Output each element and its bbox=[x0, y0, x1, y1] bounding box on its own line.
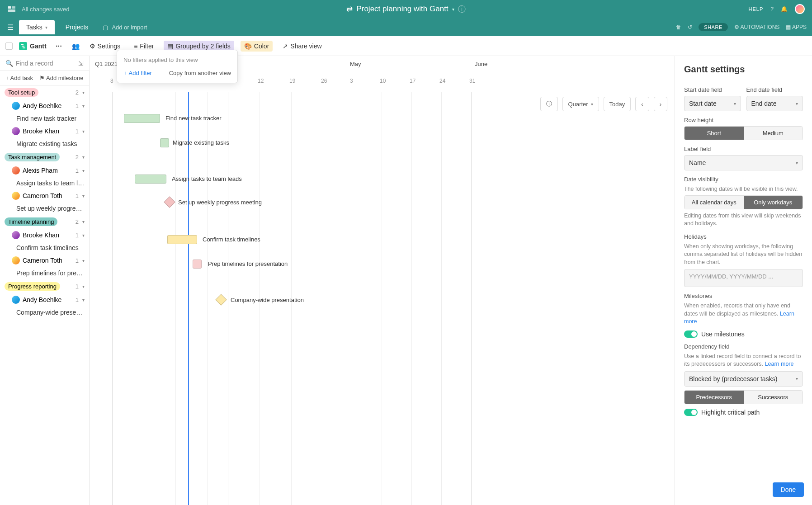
task-row[interactable]: Migrate existing tasks bbox=[0, 137, 89, 150]
search-input[interactable]: 🔍 Find a record ⇲ bbox=[0, 56, 89, 71]
svg-rect-1 bbox=[12, 6, 15, 9]
dependency-select[interactable]: Blocked by (predecessor tasks)▾ bbox=[684, 371, 803, 387]
history-icon[interactable]: ↺ bbox=[688, 24, 692, 30]
bar-label: Prep timelines for presentation bbox=[208, 260, 288, 267]
task-row[interactable]: Assign tasks to team lea... bbox=[0, 177, 89, 189]
group-header[interactable]: Progress reporting1 ▾ bbox=[0, 279, 89, 293]
chevron-down-icon[interactable]: ▾ bbox=[452, 7, 454, 12]
apps-link[interactable]: ▦ APPS bbox=[786, 24, 807, 30]
svg-rect-4 bbox=[22, 46, 24, 47]
learn-more-link[interactable]: Learn more bbox=[765, 361, 794, 367]
task-row[interactable]: Set up weekly progress ... bbox=[0, 202, 89, 215]
bar-label: Migrate existing tasks bbox=[173, 139, 229, 146]
quarter-label: Q1 2021 bbox=[95, 61, 118, 67]
view-menu-icon[interactable]: ⋯ bbox=[53, 42, 66, 50]
automations-link[interactable]: ⚙ AUTOMATIONS bbox=[734, 24, 780, 30]
person-row[interactable]: Brooke Khan1 ▾ bbox=[0, 125, 89, 137]
gantt-bar[interactable] bbox=[160, 138, 169, 147]
gantt-bar[interactable] bbox=[135, 175, 166, 184]
bell-icon[interactable]: 🔔 bbox=[781, 6, 788, 12]
critical-path-toggle[interactable] bbox=[684, 409, 698, 416]
info-icon[interactable]: ⓘ bbox=[458, 4, 466, 14]
zoom-select[interactable]: Quarter ▾ bbox=[562, 97, 599, 111]
milestone[interactable] bbox=[215, 294, 227, 305]
gantt-bar[interactable] bbox=[124, 114, 160, 123]
arrows-icon: ⇄ bbox=[346, 5, 353, 14]
group-header[interactable]: Tool setup2 ▾ bbox=[0, 85, 89, 99]
topbar: All changes saved ⇄ Project planning wit… bbox=[0, 0, 812, 18]
menu-icon[interactable]: ☰ bbox=[5, 21, 15, 33]
dependency-direction-toggle[interactable]: Predecessors Successors bbox=[684, 390, 803, 404]
table-tabs: ☰ Tasks▾ Projects ▢ Add or import 🗑 ↺ SH… bbox=[0, 18, 812, 36]
add-milestone-button[interactable]: ⚑ Add milestone bbox=[39, 75, 83, 81]
help-link[interactable]: HELP bbox=[749, 6, 764, 12]
task-row[interactable]: Find new task tracker bbox=[0, 112, 89, 125]
svg-rect-0 bbox=[8, 6, 11, 9]
copy-filter-button[interactable]: Copy from another view bbox=[169, 70, 231, 76]
app-logo-icon[interactable] bbox=[7, 5, 16, 14]
people-icon[interactable]: 👥 bbox=[72, 42, 80, 50]
trash-icon[interactable]: 🗑 bbox=[676, 24, 681, 30]
milestones-toggle[interactable] bbox=[684, 330, 698, 338]
end-date-select[interactable]: End date▾ bbox=[746, 96, 803, 111]
bar-label: Company-wide presentation bbox=[231, 297, 304, 303]
info-toggle[interactable]: ⓘ bbox=[540, 97, 558, 111]
today-line bbox=[188, 92, 189, 505]
person-row[interactable]: Cameron Toth1 ▾ bbox=[0, 254, 89, 267]
tab-tasks[interactable]: Tasks▾ bbox=[19, 20, 55, 34]
bar-label: Confirm task timelines bbox=[203, 236, 260, 243]
start-date-select[interactable]: Start date▾ bbox=[684, 96, 741, 111]
task-row[interactable]: Prep timelines for prese... bbox=[0, 267, 89, 279]
holidays-input[interactable]: YYYY/MM/DD, YYYY/MM/DD ... bbox=[684, 269, 803, 287]
search-icon: 🔍 bbox=[5, 60, 13, 67]
add-task-button[interactable]: + Add task bbox=[5, 75, 33, 81]
help-icon[interactable]: ? bbox=[770, 6, 774, 12]
user-avatar[interactable] bbox=[795, 4, 805, 14]
gantt-chart[interactable]: Q1 2021 MayJune 81522295121926310172431 … bbox=[90, 56, 675, 505]
main-area: 🔍 Find a record ⇲ + Add task ⚑ Add miles… bbox=[0, 56, 812, 505]
add-or-import[interactable]: Add or import bbox=[112, 24, 147, 31]
bar-label: Find new task tracker bbox=[165, 115, 222, 122]
settings-title: Gantt settings bbox=[684, 64, 803, 75]
person-row[interactable]: Alexis Pham1 ▾ bbox=[0, 164, 89, 177]
expand-record-icon[interactable]: ⇲ bbox=[78, 60, 84, 67]
prev-button[interactable]: ‹ bbox=[635, 97, 649, 111]
person-row[interactable]: Andy Boehlke1 ▾ bbox=[0, 293, 89, 306]
person-row[interactable]: Brooke Khan1 ▾ bbox=[0, 229, 89, 241]
gantt-settings-panel: Gantt settings Start date field Start da… bbox=[675, 56, 812, 505]
gear-icon: ⚙ bbox=[90, 42, 95, 50]
share-button[interactable]: SHARE bbox=[699, 23, 727, 31]
gantt-body[interactable]: Find new task trackerMigrate existing ta… bbox=[90, 92, 675, 505]
task-row[interactable]: Confirm task timelines bbox=[0, 241, 89, 254]
bar-label: Assign tasks to team leads bbox=[172, 175, 242, 182]
today-button[interactable]: Today bbox=[604, 97, 631, 111]
done-button[interactable]: Done bbox=[773, 482, 804, 497]
gantt-bar[interactable] bbox=[193, 260, 202, 269]
plus-icon[interactable]: ▢ bbox=[103, 24, 108, 31]
person-row[interactable]: Cameron Toth1 ▾ bbox=[0, 189, 89, 202]
saved-status: All changes saved bbox=[22, 6, 70, 13]
color-button[interactable]: 🎨Color bbox=[241, 41, 273, 52]
share-view-button[interactable]: ↗Share view bbox=[279, 41, 325, 52]
tab-projects[interactable]: Projects bbox=[58, 20, 96, 34]
person-row[interactable]: Andy Boehlke1 ▾ bbox=[0, 99, 89, 112]
date-visibility-toggle[interactable]: All calendar days Only workdays bbox=[684, 195, 803, 209]
group-header[interactable]: Timeline planning2 ▾ bbox=[0, 215, 89, 229]
view-picker[interactable]: Gantt bbox=[19, 42, 47, 50]
expand-icon[interactable] bbox=[5, 42, 13, 50]
gantt-bar[interactable] bbox=[167, 235, 197, 244]
filter-icon: ≡ bbox=[134, 42, 137, 50]
label-field-select[interactable]: Name▾ bbox=[684, 155, 803, 170]
filter-popup: No filters applied to this view + Add fi… bbox=[117, 50, 238, 83]
group-header[interactable]: Task management2 ▾ bbox=[0, 150, 89, 164]
row-height-toggle[interactable]: Short Medium bbox=[684, 126, 803, 140]
svg-rect-5 bbox=[23, 47, 25, 48]
group-icon: ▤ bbox=[167, 42, 173, 50]
add-filter-button[interactable]: + Add filter bbox=[123, 70, 152, 76]
color-icon: 🎨 bbox=[244, 42, 252, 50]
milestone[interactable] bbox=[164, 196, 175, 208]
base-title[interactable]: Project planning with Gantt bbox=[356, 5, 448, 14]
svg-rect-3 bbox=[21, 44, 24, 45]
task-row[interactable]: Company-wide presenta... bbox=[0, 306, 89, 319]
next-button[interactable]: › bbox=[654, 97, 667, 111]
